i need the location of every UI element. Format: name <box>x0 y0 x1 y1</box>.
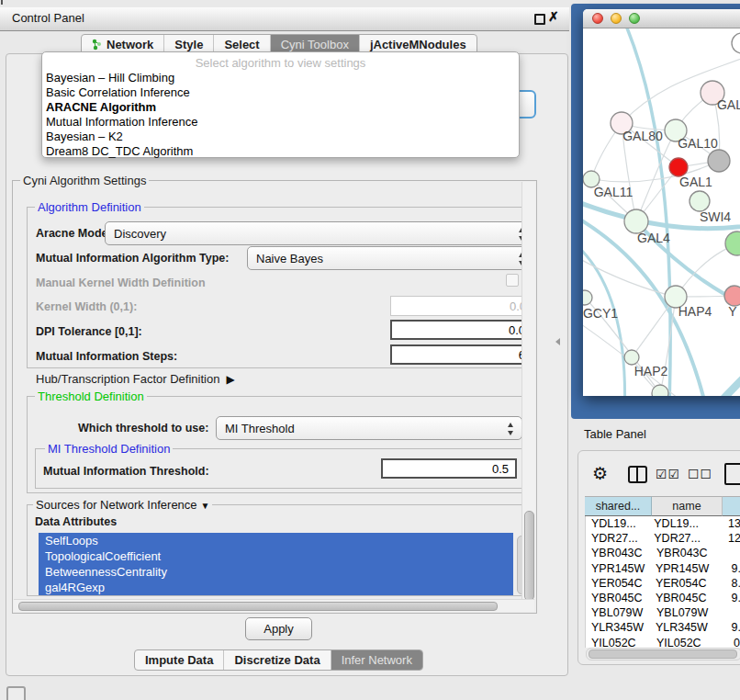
apply-button[interactable]: Apply <box>245 617 312 640</box>
cell-shared-name: YER054C <box>586 577 652 590</box>
algorithm-option-dream8-dc-tdc-algorithm[interactable]: Dream8 DC_TDC Algorithm <box>42 144 519 159</box>
algorithm-definition-title: Algorithm Definition <box>35 200 144 214</box>
sources-title[interactable]: Sources for Network Inference▼ <box>33 498 212 512</box>
aracne-mode-value: Discovery <box>114 227 166 241</box>
table-row[interactable]: YPR145WYPR145W9. <box>586 561 740 576</box>
tab-label: Cyni Toolbox <box>281 38 349 51</box>
close-traffic-light-icon[interactable] <box>592 13 603 24</box>
mi-type-label: Mutual Information Algorithm Type: <box>36 252 229 265</box>
panel-title: Control Panel <box>12 11 84 25</box>
network-window-titlebar[interactable] <box>583 9 740 28</box>
close-icon[interactable]: ✗ <box>548 9 559 24</box>
deselect-all-checkboxes-icon[interactable]: ☐☐ <box>688 467 712 481</box>
node-label-y: Y <box>728 304 737 319</box>
algorithm-option-basic-correlation-inference[interactable]: Basic Correlation Inference <box>42 85 519 100</box>
settings-horizontal-scrollbar[interactable] <box>14 599 534 612</box>
cell-name: YDR27... <box>650 532 723 545</box>
column-header-name[interactable]: name <box>652 496 723 516</box>
dpi-tolerance-input[interactable]: 0.0 <box>390 320 533 340</box>
split-view-icon[interactable] <box>628 466 647 483</box>
gear-icon[interactable]: ⚙ <box>592 463 608 484</box>
tab-label: Infer Network <box>342 653 412 667</box>
node-label-hap2: HAP2 <box>634 364 668 378</box>
dpi-tolerance-label: DPI Tolerance [0,1]: <box>36 325 142 338</box>
algorithm-option-bayesian-k2[interactable]: Bayesian – K2 <box>42 130 519 144</box>
panel-divider-handle[interactable] <box>555 338 560 345</box>
node-label-gal4: GAL4 <box>637 231 670 245</box>
network-node[interactable] <box>652 385 668 396</box>
network-icon <box>92 39 102 51</box>
panel-corner-button[interactable] <box>6 686 26 700</box>
which-threshold-label: Which threshold to use: <box>78 422 208 435</box>
hub-definition-expander[interactable]: Hub/Transcription Factor Definition▶ <box>36 372 235 386</box>
node-label-gal11: GAL11 <box>594 185 633 199</box>
float-window-icon[interactable] <box>534 14 545 25</box>
mi-threshold-input[interactable]: 0.5 <box>381 458 517 479</box>
table-row[interactable]: YIL052CYIL052C0 <box>586 636 740 649</box>
aracne-mode-select[interactable]: Discovery <box>105 221 533 245</box>
zoom-traffic-light-icon[interactable] <box>629 13 640 24</box>
data-attributes-list[interactable]: SelfLoopsTopologicalCoefficientBetweenne… <box>39 533 513 595</box>
minimize-traffic-light-icon[interactable] <box>611 13 622 24</box>
select-all-checkboxes-icon[interactable]: ☑☑ <box>656 467 680 481</box>
cell-value: 0 <box>728 637 740 648</box>
manual-kernel-checkbox[interactable] <box>506 274 519 287</box>
table-row[interactable]: YLR345WYLR345W9. <box>586 620 740 635</box>
tab-label: Network <box>107 38 153 51</box>
tab-label: Style <box>174 38 203 51</box>
algorithm-option-mutual-information-inference[interactable]: Mutual Information Inference <box>42 115 519 130</box>
network-node-gal1[interactable] <box>690 191 710 211</box>
network-node[interactable] <box>732 33 740 53</box>
cell-shared-name: YIL052C <box>586 637 653 648</box>
network-node-y[interactable] <box>724 286 740 306</box>
column-header-col3[interactable] <box>723 496 740 516</box>
table-scrollbar-thumb[interactable] <box>589 649 737 659</box>
mi-type-select[interactable]: Naive Bayes <box>247 246 533 270</box>
table-row[interactable]: YDL19...YDL19...13 <box>586 516 740 531</box>
attribute-item-selfloops[interactable]: SelfLoops <box>39 533 513 548</box>
cell-shared-name: YBL079W <box>586 606 653 619</box>
threshold-definition-group: MI Threshold Definition Mutual Informati… <box>27 396 532 493</box>
table-row[interactable]: YBR043CYBR043C <box>586 546 740 560</box>
tab-discretize-data[interactable]: Discretize Data <box>223 650 330 670</box>
control-panel-titlebar: Control Panel ✗ <box>0 7 569 31</box>
threshold-definition-title: Threshold Definition <box>35 390 147 403</box>
cell-shared-name: YPR145W <box>586 562 652 575</box>
tab-infer-network[interactable]: Infer Network <box>331 650 422 670</box>
table-row[interactable]: YDR27...YDR27...12 <box>586 531 740 546</box>
network-node-gcy1[interactable] <box>583 290 592 305</box>
kernel-width-input[interactable]: 0.0 <box>390 296 533 316</box>
table-body[interactable]: YDL19...YDL19...13YDR27...YDR27...12YBR0… <box>585 516 740 648</box>
tab-impute-data[interactable]: Impute Data <box>135 650 223 670</box>
scrollbar-thumb[interactable] <box>524 511 534 601</box>
column-header-shared[interactable]: shared... <box>585 496 652 516</box>
network-canvas[interactable]: GALGAL80GAL10GAL1GAL11SWI4GAL4GCY1HAP4YH… <box>583 28 740 396</box>
cyni-bottom-tabs: Impute DataDiscretize DataInfer Network <box>134 649 423 671</box>
attribute-item-gal4rgexp[interactable]: gal4RGexp <box>39 580 513 595</box>
which-threshold-select[interactable]: MI Threshold <box>216 416 522 440</box>
sources-title-text: Sources for Network Inference <box>36 498 197 512</box>
network-node-swi4[interactable] <box>725 231 740 255</box>
cell-value: 9. <box>726 621 740 634</box>
network-window[interactable]: GALGAL80GAL10GAL1GAL11SWI4GAL4GCY1HAP4YH… <box>583 9 740 395</box>
scrollbar-thumb[interactable] <box>18 602 498 611</box>
network-node-hap2[interactable] <box>624 350 639 365</box>
cell-value: 9. <box>726 592 740 604</box>
table-row[interactable]: YBL079WYBL079W <box>586 605 740 620</box>
mi-steps-input[interactable]: 6 <box>390 344 533 365</box>
document-icon[interactable] <box>724 463 740 485</box>
algorithm-option-bayesian-hill-climbing[interactable]: Bayesian – Hill Climbing <box>42 71 519 85</box>
network-node[interactable] <box>708 150 730 172</box>
cyni-algorithm-settings-group: Algorithm Definition Aracne Mode: Discov… <box>12 180 537 614</box>
manual-kernel-label: Manual Kernel Width Definition <box>36 277 206 289</box>
kernel-width-label: Kernel Width (0,1): <box>36 300 137 313</box>
settings-vertical-scrollbar[interactable] <box>521 182 535 599</box>
node-label-gal1: GAL1 <box>679 175 712 189</box>
algorithm-option-aracne-algorithm[interactable]: ARACNE Algorithm <box>42 100 519 115</box>
table-row[interactable]: YBR045CYBR045C9. <box>586 591 740 605</box>
table-row[interactable]: YER054CYER054C8. <box>586 576 740 591</box>
attribute-item-topologicalcoefficient[interactable]: TopologicalCoefficient <box>39 548 513 564</box>
cell-shared-name: YDL19... <box>586 517 650 530</box>
attribute-item-betweennesscentrality[interactable]: BetweennessCentrality <box>39 564 513 580</box>
network-node[interactable] <box>669 158 688 176</box>
